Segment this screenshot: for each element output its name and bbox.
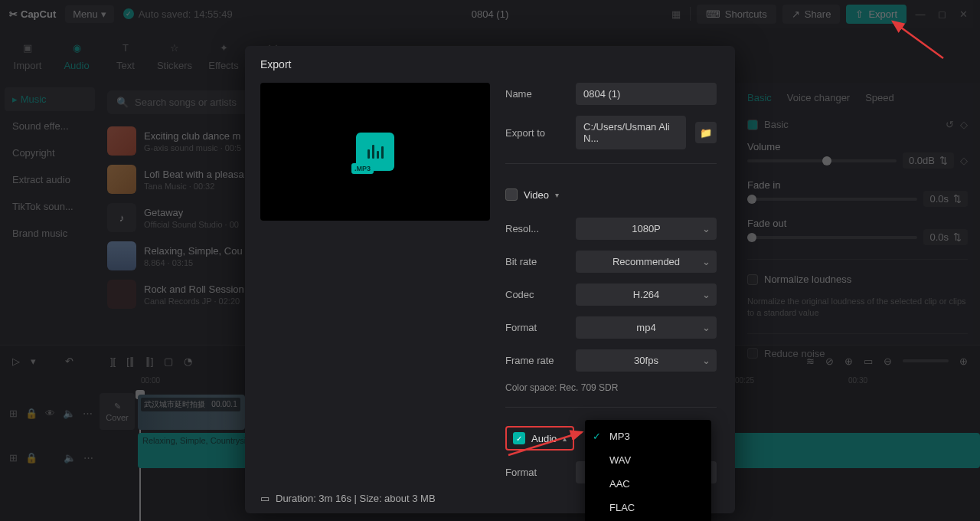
tab-import[interactable]: ▣Import (3, 32, 52, 78)
stickers-icon: ☆ (166, 40, 183, 57)
dropdown-option-mp3[interactable]: ✓MP3 (585, 424, 711, 448)
track-more-icon[interactable]: ⋯ (83, 408, 93, 419)
normalize-checkbox[interactable] (747, 274, 758, 285)
export-button[interactable]: ⇧Export (846, 5, 906, 24)
volume-slider[interactable] (747, 159, 897, 162)
document-title: 0804 (1) (472, 8, 508, 20)
framerate-select[interactable]: 30fps⌄ (576, 349, 717, 372)
export-preview: .MP3 (260, 83, 490, 221)
autosave-status: ✓Auto saved: 14:55:49 (123, 8, 233, 20)
share-button[interactable]: ↗Share (782, 5, 841, 24)
effects-icon: ✦ (215, 40, 232, 57)
resolution-select[interactable]: 1080P⌄ (576, 218, 717, 240)
track-lock-icon[interactable]: 🔒 (25, 452, 38, 464)
dropdown-option-flac[interactable]: FLAC (585, 496, 711, 519)
zoom-out-icon[interactable]: ⊖ (884, 356, 892, 367)
delete-icon[interactable]: ▢ (164, 356, 173, 367)
props-tab-basic[interactable]: Basic (747, 92, 772, 103)
track-lock-icon[interactable]: 🔒 (25, 408, 38, 419)
tab-effects[interactable]: ✦Effects (199, 32, 248, 78)
chevron-down-icon: ▾ (101, 8, 106, 20)
close-icon[interactable]: ✕ (956, 8, 971, 20)
track-mute-icon[interactable]: 🔈 (64, 452, 76, 464)
reset-icon[interactable]: ◇ (960, 155, 968, 166)
chevron-down-icon: ⌄ (702, 355, 710, 366)
modal-title: Export (245, 46, 735, 83)
mp3-file-icon: .MP3 (356, 133, 394, 171)
search-icon: 🔍 (116, 97, 129, 108)
browse-folder-button[interactable]: 📁 (695, 122, 717, 143)
dropdown-option-wav[interactable]: WAV (585, 448, 711, 472)
audio-icon: ◉ (68, 40, 85, 57)
sidebar-item-tiktok-sounds[interactable]: TikTok soun... (5, 195, 95, 218)
sidebar-item-copyright[interactable]: Copyright (5, 141, 95, 165)
text-icon: T (117, 40, 134, 57)
undo-icon[interactable]: ↶ (65, 356, 74, 367)
split-icon[interactable]: ][ (110, 356, 116, 367)
sidebar-item-music[interactable]: ▸ Music (5, 87, 95, 111)
minimize-icon[interactable]: — (913, 8, 928, 20)
audio-checkbox[interactable]: ✓ (513, 432, 525, 444)
track-eye-icon[interactable]: 👁 (45, 408, 55, 419)
marker-icon[interactable]: ◔ (184, 356, 192, 367)
export-name-input[interactable]: 0804 (1) (576, 83, 717, 105)
layout-icon[interactable]: ▦ (668, 8, 684, 20)
tab-text[interactable]: TText (101, 32, 150, 78)
trim-left-icon[interactable]: [‖ (126, 356, 135, 367)
preview-icon[interactable]: ▭ (864, 356, 873, 367)
reset-icon[interactable]: ◇ (960, 119, 968, 130)
playhead[interactable] (139, 392, 141, 521)
share-icon: ↗ (792, 8, 800, 20)
fadeout-value[interactable]: 0.0s⇅ (923, 229, 968, 245)
video-checkbox[interactable] (505, 188, 518, 201)
track-add-icon[interactable]: ⊞ (9, 452, 18, 464)
video-section-toggle[interactable]: Video▾ (505, 182, 717, 207)
dropdown-option-aac[interactable]: AAC (585, 472, 711, 496)
tab-audio[interactable]: ◉Audio (52, 32, 101, 78)
zoom-in-icon[interactable]: ⊕ (959, 356, 968, 367)
sidebar-item-brand-music[interactable]: Brand music (5, 221, 95, 245)
select-tool-icon[interactable]: ▷ (12, 356, 20, 367)
reduce-noise-checkbox[interactable] (747, 348, 758, 359)
annotation-arrow (888, 18, 949, 67)
tab-stickers[interactable]: ☆Stickers (150, 32, 199, 78)
track-more-icon[interactable]: ⋯ (83, 452, 93, 464)
export-icon: ⇧ (855, 8, 864, 20)
menu-button[interactable]: Menu ▾ (65, 5, 114, 23)
chevron-up-icon: ▴ (563, 434, 567, 443)
colorspace-note: Color space: Rec. 709 SDR (505, 382, 717, 393)
cover-button[interactable]: ✎Cover (100, 393, 135, 430)
sidebar-item-sound-effects[interactable]: Sound effe... (5, 114, 95, 138)
volume-value[interactable]: 0.0dB⇅ (903, 152, 954, 169)
edit-icon: ✎ (114, 401, 121, 411)
trim-right-icon[interactable]: ‖] (145, 356, 154, 367)
fadein-value[interactable]: 0.0s⇅ (923, 191, 968, 207)
video-clip[interactable]: 武汉城市延时拍摄 00.00.1 (138, 395, 245, 430)
film-icon: ▭ (260, 493, 270, 504)
props-tab-voice-changer[interactable]: Voice changer (787, 92, 850, 103)
video-format-select[interactable]: mp4⌄ (576, 316, 717, 339)
select-mode-icon[interactable]: ▾ (31, 356, 36, 367)
chevron-down-icon: ⌄ (702, 322, 710, 333)
fadeout-slider[interactable] (747, 236, 917, 239)
export-duration-info: Duration: 3m 16s | Size: about 3 MB (276, 493, 436, 504)
mixer-icon[interactable]: ≋ (806, 356, 815, 367)
zoom-slider[interactable] (903, 359, 949, 362)
codec-select[interactable]: H.264⌄ (576, 283, 717, 306)
maximize-icon[interactable]: ◻ (934, 8, 949, 20)
track-mute-icon[interactable]: 🔈 (63, 408, 75, 419)
audio-section-toggle[interactable]: ✓Audio▴ (505, 426, 574, 451)
track-add-icon[interactable]: ⊞ (9, 408, 18, 419)
snap-icon[interactable]: ⊕ (844, 356, 853, 367)
bitrate-select[interactable]: Recommended⌄ (576, 251, 717, 273)
undo-icon[interactable]: ↺ (946, 119, 954, 130)
chevron-down-icon: ⌄ (702, 256, 710, 267)
check-icon: ✓ (593, 431, 601, 442)
sidebar-item-extract-audio[interactable]: Extract audio (5, 168, 95, 192)
link-icon[interactable]: ⊘ (825, 356, 834, 367)
props-tab-speed[interactable]: Speed (865, 92, 894, 103)
shortcuts-button[interactable]: ⌨Shortcuts (697, 5, 776, 24)
basic-checkbox[interactable] (747, 120, 758, 130)
fadein-slider[interactable] (747, 198, 917, 201)
export-path-input[interactable]: C:/Users/Usman Ali N... (576, 116, 686, 149)
